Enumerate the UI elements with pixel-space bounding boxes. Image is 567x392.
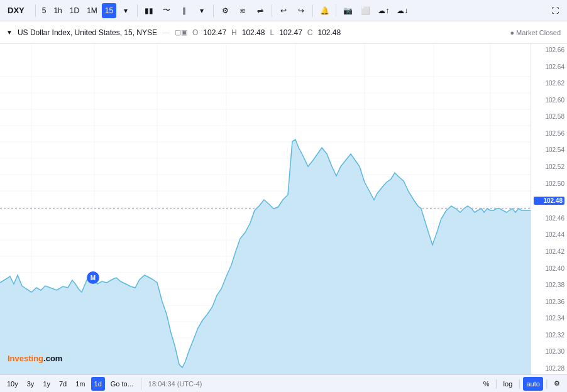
redo-icon: ↪ — [298, 6, 304, 15]
bar-chart-icon: ▮▮ — [145, 6, 153, 15]
toolbar: DXY 5 1h 1D 1M 15 ▾ ▮▮ 〜 ∥ ▾ ⚙ ≋ ⇌ ↩ ↪ 🔔… — [0, 0, 567, 21]
symbol-label[interactable]: DXY — [4, 4, 28, 17]
price-102-30: 102.30 — [534, 348, 564, 355]
candlestick-icon: ∥ — [182, 6, 186, 15]
alert-btn[interactable]: 🔔 — [316, 3, 333, 19]
time-separator — [141, 378, 141, 390]
log-btn[interactable]: log — [500, 377, 516, 391]
price-102-64: 102.64 — [534, 63, 564, 70]
close-label: C — [307, 28, 313, 37]
low-value: 102.47 — [279, 28, 302, 37]
compare-btn[interactable]: ⇌ — [252, 3, 268, 19]
timeframe-1d[interactable]: 1D — [67, 3, 82, 18]
separator-info: — — [162, 28, 170, 37]
bar-chart-btn[interactable]: ▮▮ — [141, 3, 157, 19]
more-chart-types-btn[interactable]: ▾ — [194, 3, 210, 19]
undo-icon: ↩ — [280, 6, 287, 15]
open-value: 102.47 — [203, 28, 226, 37]
open-label: O — [192, 28, 198, 37]
camera-icon: 📷 — [343, 6, 353, 15]
layout-btn[interactable]: ⬜ — [357, 3, 373, 19]
line-chart-icon: 〜 — [163, 5, 170, 16]
expand-icon: ▼ — [6, 29, 13, 36]
strategy-btn[interactable]: ≋ — [234, 3, 251, 19]
separator-pct: | — [495, 378, 497, 389]
timeframe-1h[interactable]: 1h — [50, 3, 65, 18]
timeframe-1m[interactable]: 1M — [84, 3, 101, 18]
price-102-40: 102.40 — [534, 265, 564, 272]
separator-3 — [213, 4, 214, 17]
investing-logo: Investing.com — [8, 354, 62, 363]
close-value: 102.48 — [318, 28, 341, 37]
price-102-56: 102.56 — [534, 130, 564, 137]
camera-btn[interactable]: 📷 — [339, 3, 356, 19]
separator-auto: | — [546, 378, 548, 389]
price-102-36: 102.36 — [534, 298, 564, 305]
annotation-label: M — [91, 275, 96, 281]
percent-btn[interactable]: % — [480, 377, 493, 391]
price-102-52: 102.52 — [534, 163, 564, 170]
timeframe-15[interactable]: 15 — [102, 3, 116, 18]
separator-2 — [137, 4, 138, 17]
cloud-load-icon: ☁↓ — [397, 6, 408, 15]
strategy-icon: ≋ — [239, 6, 246, 15]
logo-dotcom: .com — [43, 354, 62, 363]
price-102-28: 102.28 — [534, 365, 564, 372]
timeframe-5[interactable]: 5 — [39, 3, 50, 18]
price-102-32: 102.32 — [534, 332, 564, 339]
cloud-load-btn[interactable]: ☁↓ — [394, 3, 411, 19]
price-102-44: 102.44 — [534, 231, 564, 238]
auto-btn[interactable]: auto — [523, 377, 542, 391]
info-bar: ▼ US Dollar Index, United States, 15, NY… — [0, 21, 567, 44]
chart-title: US Dollar Index, United States, 15, NYSE — [18, 28, 157, 37]
price-102-42: 102.42 — [534, 248, 564, 255]
compare-icon: ⇌ — [257, 6, 263, 15]
goto-btn[interactable]: Go to... — [107, 377, 136, 391]
high-label: H — [231, 28, 237, 37]
logo-investing: Investing — [8, 354, 43, 363]
period-3y-btn[interactable]: 3y — [24, 377, 38, 391]
period-1d-btn[interactable]: 1d — [91, 377, 105, 391]
layout-icon: ⬜ — [361, 6, 370, 15]
fullscreen-btn[interactable]: ⛶ — [547, 3, 563, 19]
separator-4 — [272, 4, 272, 17]
alert-icon: 🔔 — [320, 6, 329, 15]
fullscreen-icon: ⛶ — [551, 6, 559, 15]
price-102-46: 102.46 — [534, 215, 564, 222]
redo-btn[interactable]: ↪ — [293, 3, 309, 19]
chevron-down-icon: ▾ — [200, 6, 204, 15]
chart-settings-btn[interactable]: ⚙ — [551, 377, 563, 391]
undo-btn[interactable]: ↩ — [275, 3, 292, 19]
period-7d-btn[interactable]: 7d — [56, 377, 70, 391]
time-bar: 10y 3y 1y 7d 1m 1d Go to... 18:04:34 (UT… — [0, 374, 567, 392]
price-scale: 102.66 102.64 102.62 102.60 102.58 102.5… — [531, 44, 567, 374]
price-102-38: 102.38 — [534, 281, 564, 288]
high-value: 102.48 — [242, 28, 265, 37]
cloud-save-btn[interactable]: ☁↑ — [375, 3, 392, 19]
timeframe-dropdown-btn[interactable]: ▾ — [118, 3, 134, 19]
indicators-btn[interactable]: ⚙ — [217, 3, 233, 19]
separator-log: | — [518, 378, 520, 389]
period-1m-btn[interactable]: 1m — [72, 377, 88, 391]
separator-5 — [312, 4, 313, 17]
cloud-save-icon: ☁↑ — [378, 6, 389, 15]
price-102-66: 102.66 — [534, 46, 564, 53]
market-closed-label: ● Market Closed — [510, 29, 561, 36]
price-102-60: 102.60 — [534, 97, 564, 104]
price-chart[interactable]: M — [0, 44, 531, 374]
candlestick-btn[interactable]: ∥ — [176, 3, 192, 19]
line-chart-btn[interactable]: 〜 — [158, 3, 175, 19]
timestamp-label: 18:04:34 (UTC-4) — [148, 380, 202, 388]
period-1y-btn[interactable]: 1y — [40, 377, 53, 391]
price-102-50: 102.50 — [534, 180, 564, 187]
separator-1 — [35, 4, 36, 17]
price-102-34: 102.34 — [534, 315, 564, 322]
gear-icon: ⚙ — [222, 6, 229, 15]
ohlc-flags: ▢▣ — [175, 28, 187, 36]
price-102-54: 102.54 — [534, 146, 564, 153]
chart-area: M 102.66 102.64 102.62 102.60 102.58 102… — [0, 44, 567, 374]
price-102-62: 102.62 — [534, 80, 564, 87]
period-10y-btn[interactable]: 10y — [4, 377, 21, 391]
separator-6 — [336, 4, 336, 17]
price-102-58: 102.58 — [534, 113, 564, 120]
